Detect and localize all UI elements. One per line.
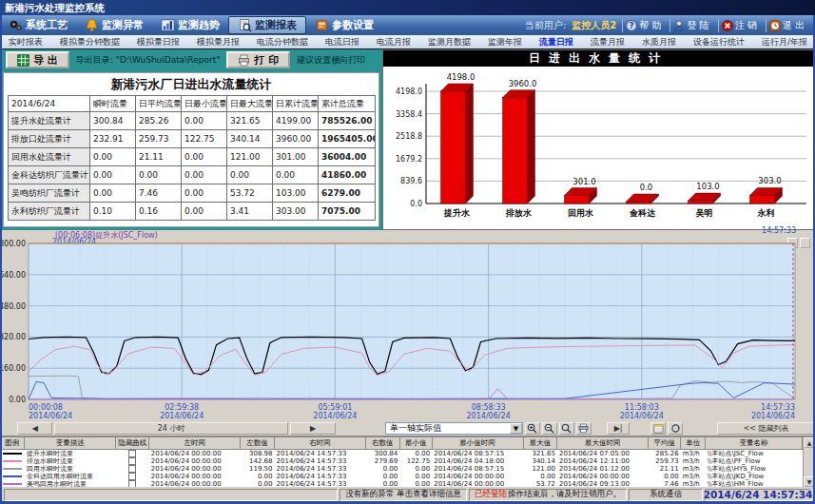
- hide-curve-checkbox[interactable]: [128, 457, 136, 465]
- tab-4[interactable]: 模拟量月报: [188, 36, 248, 48]
- menu-item-monitor-alarm[interactable]: 监测异常: [76, 16, 152, 34]
- combobox-dropdown-arrow[interactable]: ▼: [510, 423, 522, 434]
- tab-5[interactable]: 电流分钟数据: [248, 36, 317, 48]
- menu-item-monitor-report[interactable]: 监测报表: [228, 16, 306, 34]
- legend-value-cell: 2014/06/24 14:57:33: [275, 450, 366, 458]
- menu-bar: 系统工艺 监测异常 监测趋势 监测报表 参数设置 当前用户: 监控人员2 ? 帮…: [0, 15, 815, 35]
- svg-text:00:00:08: 00:00:08: [29, 403, 63, 412]
- svg-text:2014/06/24: 2014/06/24: [467, 412, 511, 420]
- legend-value-cell: 2014/06/24 00:00:00: [149, 465, 241, 473]
- svg-text:14:57:33: 14:57:33: [761, 403, 795, 412]
- svg-text:2014/06/24: 2014/06/24: [620, 412, 664, 420]
- legend-header-row: 图例变量描述隐藏曲线左时间左数值右时间右数值最小值最小值时间最大值最大值时间平均…: [0, 437, 803, 450]
- menu-item-parameter-settings[interactable]: 参数设置: [306, 16, 382, 34]
- settings-icon: [315, 18, 329, 32]
- zoom-reset-icon: [561, 423, 572, 434]
- scroll-down-button[interactable]: ▼: [804, 476, 815, 487]
- legend-column-header: 平均值: [649, 437, 681, 450]
- tab-10[interactable]: 流量日报: [531, 36, 582, 48]
- help-button[interactable]: ? 帮 助: [622, 19, 664, 32]
- zoom-reset-button[interactable]: [559, 422, 574, 435]
- login-button[interactable]: 登 陆: [669, 19, 711, 32]
- trend-legend-table: 图例变量描述隐藏曲线左时间左数值右时间右数值最小值最小值时间最大值最大值时间平均…: [0, 437, 803, 488]
- tab-8[interactable]: 监测月数据: [419, 36, 479, 48]
- tab-14[interactable]: 运行月/年报: [753, 36, 815, 48]
- legend-value-cell: 0.00: [241, 473, 275, 480]
- print-trend-button[interactable]: [576, 422, 592, 435]
- legend-desc-cell: 提升水瞬时流量: [25, 450, 116, 458]
- report-date-cell: 2014/6/24: [9, 96, 90, 112]
- calendar-button[interactable]: [650, 422, 666, 435]
- tab-9[interactable]: 监测年报: [479, 36, 531, 48]
- legend-value-cell: 2014/06/24 07:05:00: [557, 450, 649, 458]
- legend-column-header: 右数值: [365, 437, 399, 450]
- bar-chart-title: 日进出水量统计: [383, 50, 814, 67]
- legend-vertical-scrollbar[interactable]: ▲ ▼: [803, 437, 815, 487]
- zoom-in-button[interactable]: [525, 422, 540, 435]
- legend-value-cell: m3/h: [681, 473, 706, 480]
- svg-text:320.00: 320.00: [0, 333, 26, 341]
- tab-13[interactable]: 设备运行统计: [685, 36, 753, 48]
- report-header-row: 2014/6/24瞬时流量日平均流量日最小流量日最大流量日累计流量累计总流量: [9, 96, 376, 112]
- print-button[interactable]: 打 印: [226, 51, 290, 68]
- legend-row[interactable]: 金科达回用水瞬时流量2014/06/24 00:00:000.002014/06…: [0, 473, 803, 480]
- menu-item-label: 参数设置: [332, 18, 374, 32]
- legend-line-cell: [0, 450, 25, 458]
- svg-text:2014/06/24: 2014/06/24: [29, 412, 72, 420]
- legend-row[interactable]: 回用水瞬时流量2014/06/24 00:00:00119.502014/06/…: [0, 465, 803, 473]
- scroll-right-button[interactable]: ▶: [290, 422, 337, 435]
- svg-text:3358.4: 3358.4: [396, 110, 422, 119]
- legend-line-swatch: [3, 460, 22, 462]
- scroll-left-button[interactable]: ◀: [17, 422, 52, 435]
- legend-value-cell: 308.98: [241, 450, 275, 458]
- status-alarm-message[interactable]: 没有新的异常 单击查看详细信息: [340, 489, 467, 501]
- svg-text:2014/06/24: 2014/06/24: [313, 412, 357, 420]
- menu-item-system-process[interactable]: 系统工艺: [0, 16, 76, 34]
- legend-value-cell: 119.50: [241, 465, 275, 473]
- tab-6[interactable]: 电流日报: [317, 36, 368, 48]
- legend-row[interactable]: 排放水瞬时流量2014/06/24 00:00:00142.682014/06/…: [0, 457, 803, 465]
- report-value-cell: 21.11: [136, 148, 182, 166]
- logout-button[interactable]: 注 销: [718, 19, 760, 32]
- zoom-out-button[interactable]: [542, 422, 557, 435]
- status-comm: 系统通信: [629, 489, 703, 501]
- tab-11[interactable]: 流量月报: [582, 36, 633, 48]
- value-mode-combobox[interactable]: 单一轴实际值 ▼: [385, 422, 523, 435]
- bell-icon: [85, 18, 99, 32]
- report-column-header: 累计总流量: [319, 96, 376, 112]
- hide-curve-checkbox[interactable]: [128, 465, 136, 473]
- report-row-name: 永利纺织厂流量计: [9, 203, 90, 221]
- svg-text:02:59:38: 02:59:38: [165, 403, 199, 412]
- report-value-cell: 301.00: [273, 148, 319, 166]
- legend-value-cell: 2014/06/24 00:00:00: [149, 450, 241, 458]
- exit-button[interactable]: 退 出: [766, 19, 807, 32]
- tab-1[interactable]: 实时报表: [0, 36, 51, 48]
- export-button[interactable]: 导 出: [6, 51, 69, 68]
- tab-3[interactable]: 模拟量日报: [128, 36, 188, 48]
- legend-value-cell: 0.00: [399, 473, 432, 480]
- legend-row[interactable]: 提升水瞬时流量2014/06/24 00:00:00308.982014/06/…: [0, 450, 803, 458]
- report-value-cell: 0.16: [136, 203, 182, 221]
- legend-line-swatch: [3, 468, 22, 470]
- tab-7[interactable]: 电流月报: [368, 36, 419, 48]
- scroll-up-button[interactable]: ▲: [804, 437, 815, 448]
- trend-chart-canvas[interactable]: 800.00640.00480.00320.00160.000.0000:00:…: [0, 230, 815, 421]
- report-title: 新港污水厂日进出水流量统计: [8, 74, 375, 95]
- refresh-button[interactable]: [668, 422, 683, 435]
- svg-text:08:58:33: 08:58:33: [472, 403, 506, 412]
- legend-column-header: 最小值: [399, 437, 432, 450]
- time-range-button[interactable]: 24 小时: [54, 422, 287, 435]
- legend-hide-cell: [116, 465, 149, 473]
- hide-list-button[interactable]: << 隐藏列表: [717, 422, 815, 435]
- report-value-cell: 1965405.00: [319, 130, 376, 148]
- menu-item-monitor-trend[interactable]: 监测趋势: [152, 16, 228, 34]
- report-value-cell: 321.65: [227, 112, 273, 130]
- tab-2[interactable]: 模拟量分钟数据: [51, 36, 128, 48]
- tab-12[interactable]: 水质月报: [633, 36, 685, 48]
- hide-curve-checkbox[interactable]: [128, 473, 136, 480]
- trend-chart-icon: [161, 18, 175, 32]
- legend-value-cell: 2014/06/24 08:57:15: [432, 465, 523, 473]
- svg-text:2014/06/24: 2014/06/24: [160, 412, 204, 420]
- hide-curve-checkbox[interactable]: [128, 450, 136, 457]
- play-button[interactable]: ▶|: [607, 422, 630, 435]
